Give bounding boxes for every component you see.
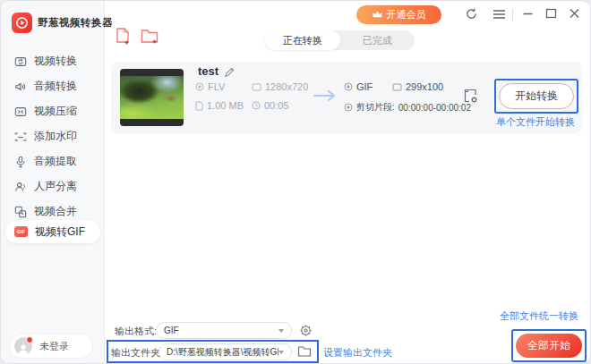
source-size: 1.00 MB: [195, 100, 244, 111]
file-name: test: [198, 64, 218, 78]
sidebar-item-audio-extract[interactable]: 音频提取: [1, 149, 105, 174]
source-duration: 00:05: [252, 100, 289, 111]
clock-icon: [252, 101, 261, 110]
sidebar-item-label: 添加水印: [34, 129, 77, 144]
tab-converting[interactable]: 正在转换: [265, 30, 340, 50]
gear-icon: [299, 324, 313, 337]
sidebar-item-video-compress[interactable]: 视频压缩: [1, 99, 105, 123]
hamburger-icon: [492, 9, 506, 20]
app-title: 野葱视频转换器: [38, 16, 113, 30]
sidebar-item-label: 视频压缩: [34, 104, 77, 119]
open-folder-button[interactable]: [297, 345, 312, 358]
sidebar-item-label: 视频转换: [34, 54, 77, 69]
output-resolution: 299x100: [392, 81, 443, 92]
clip-range: 00:00:00-00:00:02: [398, 103, 471, 113]
sidebar-item-label: 视频合并: [34, 204, 77, 219]
sidebar-item-label: 人声分离: [34, 179, 77, 194]
start-convert-button[interactable]: 开始转换: [499, 83, 574, 109]
file-size-icon: [195, 101, 203, 111]
brand: 野葱视频转换器: [12, 13, 113, 33]
output-format-value: GIF: [164, 326, 278, 335]
output-settings-button[interactable]: [462, 88, 479, 105]
add-file-button[interactable]: [116, 27, 132, 46]
video-merge-icon: [14, 206, 27, 218]
output-folder-select[interactable]: D:\野葱视频转换器\视频转GIF: [158, 343, 292, 360]
add-folder-button[interactable]: [141, 29, 159, 45]
output-folder-label: 输出文件夹:: [111, 346, 163, 360]
sidebar-item-label: 音频提取: [34, 154, 77, 169]
folder-icon: [297, 345, 312, 358]
batch-convert-link[interactable]: 全部文件统一转换: [500, 309, 578, 323]
maximize-button[interactable]: [545, 7, 557, 20]
add-watermark-icon: [14, 131, 27, 143]
format-icon: [344, 82, 353, 91]
login-pill[interactable]: 未登录: [9, 334, 93, 359]
thumbnail-image: [120, 76, 184, 119]
output-format: GIF: [344, 81, 373, 92]
sidebar-item-audio-convert[interactable]: 音频转换: [1, 74, 105, 98]
video-convert-icon: [14, 55, 27, 68]
notification-dot: [26, 336, 33, 343]
vip-upgrade-button[interactable]: 开通会员: [356, 5, 441, 24]
add-file-icon: [116, 27, 132, 46]
caret-down-icon: [278, 351, 284, 354]
output-format-select[interactable]: GIF: [156, 322, 292, 339]
caret-down-icon: [278, 329, 284, 333]
sidebar-item-video-convert[interactable]: 视频转换: [1, 49, 105, 73]
rename-button[interactable]: [224, 66, 236, 78]
clip-label: 剪切片段:: [356, 101, 395, 114]
close-button[interactable]: [569, 7, 580, 20]
refresh-button[interactable]: [465, 7, 478, 21]
close-icon: [569, 7, 580, 20]
output-clip: 剪切片段: 00:00:00-00:00:02: [344, 101, 471, 114]
vocal-separation-icon: [14, 181, 27, 193]
video-thumbnail: [120, 69, 184, 126]
audio-convert-icon: [14, 80, 27, 93]
sidebar-item-label: 视频转GIF: [35, 224, 85, 240]
sidebar-item-label: 音频转换: [34, 79, 77, 94]
sidebar-item-add-watermark[interactable]: 添加水印: [1, 124, 105, 148]
login-label: 未登录: [39, 340, 69, 353]
set-output-folder-link[interactable]: 设置输出文件夹: [323, 346, 392, 360]
start-all-button[interactable]: 全部开始: [516, 334, 582, 358]
main-menu-button[interactable]: [492, 9, 506, 20]
format-icon: [195, 82, 204, 91]
vip-upgrade-label: 开通会员: [387, 8, 426, 21]
settings-icon: [462, 88, 479, 105]
output-folder-value: D:\野葱视频转换器\视频转GIF: [167, 346, 278, 359]
app-window: 野葱视频转换器 视频转换 音频转换 视频压缩 添加水印 音频提取 人声分离: [0, 0, 591, 364]
tab-bar: 正在转换 已完成: [265, 30, 415, 50]
gif-icon: GIF: [14, 226, 28, 237]
app-logo-icon: [12, 13, 32, 33]
minimize-icon: [522, 7, 534, 20]
source-format: FLV: [195, 81, 225, 92]
format-settings-button[interactable]: [299, 324, 313, 337]
tab-completed[interactable]: 已完成: [340, 30, 415, 50]
resolution-icon: [392, 83, 402, 91]
minimize-button[interactable]: [522, 7, 534, 20]
maximize-icon: [545, 7, 557, 20]
avatar: [14, 337, 32, 355]
output-format-label: 输出格式:: [115, 325, 157, 338]
clip-icon: [344, 103, 353, 112]
titlebar-divider: [512, 9, 513, 21]
resolution-icon: [252, 83, 261, 91]
file-card: test FLV 1280x720 1.00 MB 00:05 GIF: [111, 62, 582, 133]
convert-arrow-icon: [313, 89, 338, 103]
sidebar-item-vocal-separation[interactable]: 人声分离: [1, 174, 105, 199]
video-compress-icon: [14, 106, 27, 118]
refresh-icon: [465, 7, 478, 21]
sidebar-item-video-to-gif[interactable]: GIF 视频转GIF: [5, 220, 100, 243]
pencil-icon: [224, 66, 236, 78]
source-resolution: 1280x720: [252, 81, 308, 92]
add-folder-icon: [141, 29, 159, 45]
sidebar: 野葱视频转换器 视频转换 音频转换 视频压缩 添加水印 音频提取 人声分离: [1, 1, 105, 364]
crown-icon: [373, 11, 382, 19]
single-file-start-link[interactable]: 单个文件开始转换: [496, 115, 575, 129]
audio-extract-icon: [14, 156, 27, 168]
